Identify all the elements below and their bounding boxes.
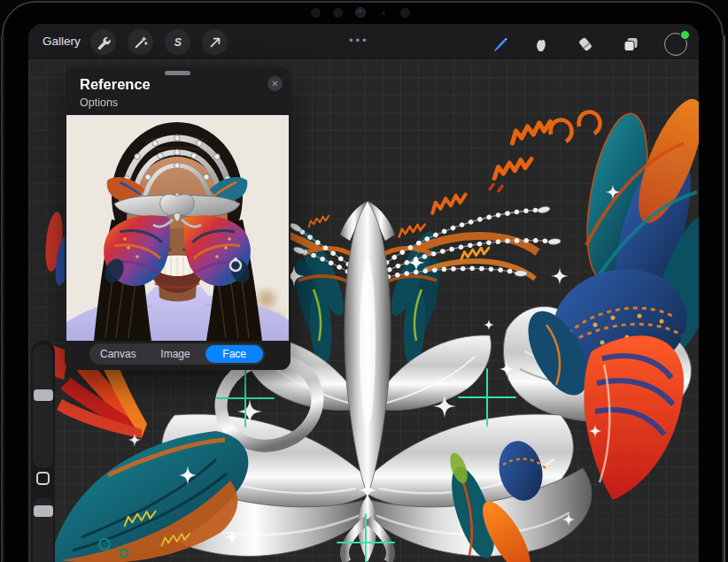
smudge-finger-icon — [532, 35, 550, 53]
layers-icon — [622, 35, 639, 53]
face-sensor-icon — [311, 8, 321, 18]
face-sensor-icon — [400, 8, 410, 18]
device-frame: Gallery S — [0, 0, 728, 562]
screen: Gallery S — [28, 24, 699, 562]
panel-title: Reference — [80, 76, 151, 93]
front-camera — [355, 7, 366, 18]
brush-size-slider[interactable] — [33, 344, 53, 468]
actions-button[interactable] — [90, 29, 116, 55]
tab-image[interactable]: Image — [147, 343, 205, 365]
brush-size-handle[interactable] — [34, 389, 53, 401]
layers-button[interactable] — [616, 29, 646, 59]
panel-drag-handle[interactable] — [165, 71, 190, 75]
wrench-icon — [97, 35, 111, 50]
eraser-icon — [577, 35, 594, 53]
panel-subtitle: Options — [80, 96, 118, 109]
reference-panel: Reference Options ✕ — [65, 67, 290, 370]
face-preview-image — [66, 115, 289, 341]
close-icon[interactable]: ✕ — [267, 76, 283, 91]
magic-wand-icon — [134, 35, 148, 50]
selection-button[interactable]: S — [165, 29, 190, 55]
current-color-dot — [680, 30, 690, 40]
reference-tabs-bar: Canvas Image Face — [65, 341, 290, 370]
transform-button[interactable] — [202, 29, 228, 55]
gallery-button[interactable]: Gallery — [43, 24, 81, 59]
tab-canvas[interactable]: Canvas — [89, 343, 147, 365]
modify-button[interactable] — [36, 472, 50, 485]
erase-tool-button[interactable] — [570, 29, 600, 59]
brush-opacity-handle[interactable] — [34, 505, 53, 517]
svg-text:S: S — [174, 36, 182, 49]
ambient-sensor-icon — [382, 12, 385, 15]
tablet-edge-left — [1, 35, 4, 562]
color-button[interactable] — [661, 29, 691, 59]
top-toolbar: Gallery S — [28, 24, 699, 59]
face-sensor-icon — [333, 8, 343, 18]
tablet-edge-right — [722, 35, 725, 562]
adjustments-button[interactable] — [128, 29, 153, 55]
smudge-tool-button[interactable] — [526, 29, 556, 59]
transform-arrow-icon — [208, 35, 222, 50]
reference-segmented-control: Canvas Image Face — [89, 343, 265, 365]
selection-s-icon: S — [171, 35, 185, 50]
tab-face[interactable]: Face — [205, 345, 263, 363]
brush-sidebar — [31, 341, 55, 562]
face-camera-preview — [66, 115, 289, 341]
toolbar-menu-dots[interactable]: ••• — [349, 24, 369, 59]
paint-tool-button[interactable] — [485, 29, 515, 59]
color-ring-icon — [664, 33, 687, 56]
brush-icon — [492, 35, 509, 53]
